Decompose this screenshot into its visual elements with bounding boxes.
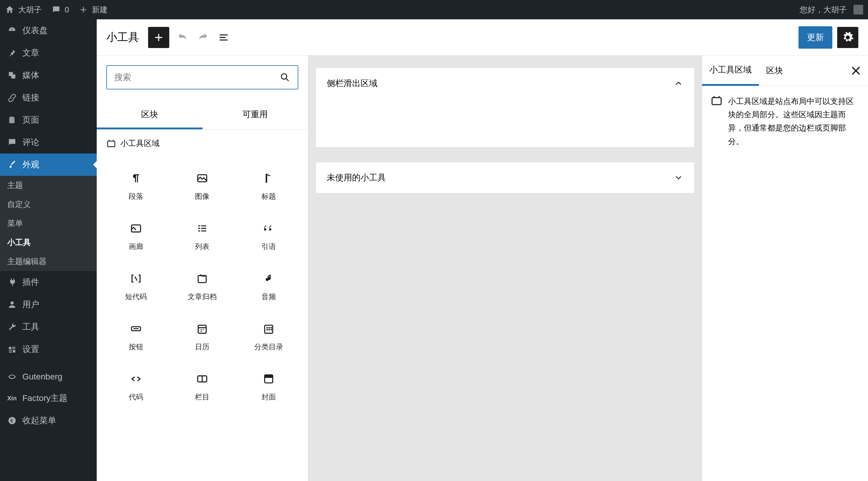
add-block-button[interactable] bbox=[148, 27, 169, 48]
page-icon bbox=[7, 115, 17, 125]
link-icon bbox=[7, 93, 17, 102]
sidebar-item-media[interactable]: 媒体 bbox=[0, 64, 97, 87]
sidebar-item-settings[interactable]: 设置 bbox=[0, 338, 97, 360]
widget-area-header[interactable]: 未使用的小工具 bbox=[316, 162, 694, 193]
block-label: 分类目录 bbox=[254, 342, 283, 352]
section-heading-text: 小工具区域 bbox=[120, 138, 160, 149]
settings-toggle-button[interactable] bbox=[837, 27, 858, 48]
redo-button[interactable] bbox=[196, 30, 210, 45]
svg-point-0 bbox=[8, 417, 16, 424]
sidebar-label: 评论 bbox=[22, 136, 39, 148]
block-audio[interactable]: 音频 bbox=[236, 260, 302, 311]
svg-point-11 bbox=[268, 327, 270, 328]
sidebar-item-pages[interactable]: 页面 bbox=[0, 109, 97, 131]
sidebar-item-plugins[interactable]: 插件 bbox=[0, 271, 97, 293]
block-label: 引语 bbox=[261, 242, 276, 251]
block-label: 文章归档 bbox=[188, 292, 217, 301]
chevron-down-icon bbox=[674, 173, 683, 183]
editor-toolbar: 小工具 更新 bbox=[97, 19, 868, 56]
sidebar-item-gutenberg[interactable]: Gutenberg bbox=[0, 366, 97, 387]
sidebar-item-tools[interactable]: 工具 bbox=[0, 316, 97, 338]
block-inserter: 区块 可重用 小工具区域 段落图像标题画廊列表引语短代码文章归档音频按钮日历分类… bbox=[97, 56, 308, 481]
block-columns[interactable]: 栏目 bbox=[169, 361, 236, 411]
plus-icon bbox=[79, 5, 88, 14]
appearance-submenu: 主题 自定义 菜单 小工具 主题编辑器 bbox=[0, 176, 97, 271]
sidebar-label: 页面 bbox=[22, 114, 39, 126]
block-heading[interactable]: 标题 bbox=[236, 160, 302, 210]
sidebar-item-collapse[interactable]: 收起菜单 bbox=[0, 409, 97, 432]
block-shortcode[interactable]: 短代码 bbox=[103, 260, 169, 311]
svg-rect-18 bbox=[265, 375, 273, 378]
tab-reusable[interactable]: 可重用 bbox=[203, 101, 308, 129]
code-icon bbox=[130, 373, 142, 385]
sidebar-item-posts[interactable]: 文章 bbox=[0, 42, 97, 64]
block-image[interactable]: 图像 bbox=[169, 160, 236, 210]
editor-canvas: 侧栏滑出区域 未使用的小工具 bbox=[308, 56, 702, 481]
block-label: 日历 bbox=[195, 342, 210, 352]
svg-rect-2 bbox=[107, 141, 115, 147]
sidebar-item-comments[interactable]: 评论 bbox=[0, 131, 97, 154]
block-cover[interactable]: 封面 bbox=[236, 361, 302, 411]
comments-link[interactable]: 0 bbox=[51, 5, 69, 14]
update-button[interactable]: 更新 bbox=[799, 26, 832, 49]
widget-area-sidebar-slide: 侧栏滑出区域 bbox=[315, 68, 694, 148]
dashboard-icon bbox=[7, 26, 17, 35]
search-input[interactable] bbox=[114, 72, 280, 82]
block-archives[interactable]: 文章归档 bbox=[169, 260, 236, 311]
inserter-section-heading: 小工具区域 bbox=[106, 138, 298, 149]
sidebar-item-users[interactable]: 用户 bbox=[0, 293, 97, 316]
columns-icon bbox=[196, 373, 208, 385]
brush-icon bbox=[7, 160, 17, 169]
sidebar-item-factory[interactable]: XinFactory主题 bbox=[0, 387, 97, 409]
site-link[interactable]: 大胡子 bbox=[5, 4, 42, 15]
user-greeting[interactable]: 您好，大胡子 bbox=[800, 4, 863, 15]
cover-icon bbox=[262, 373, 275, 385]
block-quote[interactable]: 引语 bbox=[236, 210, 302, 260]
sidebar-label: 仪表盘 bbox=[22, 25, 48, 36]
block-categories[interactable]: 分类目录 bbox=[236, 311, 302, 361]
block-list[interactable]: 列表 bbox=[169, 210, 236, 260]
submenu-themes[interactable]: 主题 bbox=[0, 176, 97, 195]
svg-point-14 bbox=[268, 329, 270, 330]
new-link[interactable]: 新建 bbox=[79, 4, 107, 15]
submenu-theme-editor[interactable]: 主题编辑器 bbox=[0, 252, 97, 271]
pin-icon bbox=[7, 48, 17, 58]
settings-icon bbox=[7, 345, 17, 354]
widget-area-header[interactable]: 侧栏滑出区域 bbox=[316, 68, 694, 99]
svg-point-10 bbox=[267, 327, 268, 328]
xin-icon: Xin bbox=[7, 395, 17, 402]
sidebar-item-dashboard[interactable]: 仪表盘 bbox=[0, 19, 97, 42]
gallery-icon bbox=[130, 222, 142, 234]
list-view-button[interactable] bbox=[216, 30, 231, 45]
undo-button[interactable] bbox=[175, 30, 190, 45]
tab-blocks[interactable]: 区块 bbox=[97, 101, 203, 129]
widget-area-body[interactable] bbox=[316, 99, 694, 147]
greeting-text: 您好，大胡子 bbox=[800, 4, 847, 15]
sidebar-item-links[interactable]: 链接 bbox=[0, 87, 97, 109]
new-label: 新建 bbox=[92, 4, 107, 15]
sidebar-item-appearance[interactable]: 外观 bbox=[0, 154, 97, 176]
categories-icon bbox=[262, 323, 275, 335]
tab-widget-area[interactable]: 小工具区域 bbox=[702, 56, 759, 86]
site-name: 大胡子 bbox=[18, 4, 42, 15]
submenu-widgets[interactable]: 小工具 bbox=[0, 233, 97, 252]
collapse-icon bbox=[7, 416, 17, 425]
close-panel-button[interactable] bbox=[849, 63, 863, 78]
submenu-customize[interactable]: 自定义 bbox=[0, 195, 97, 214]
block-gallery[interactable]: 画廊 bbox=[103, 210, 169, 260]
search-input-wrap[interactable] bbox=[106, 65, 298, 90]
topbar-left: 大胡子 0 新建 bbox=[5, 4, 107, 15]
topbar-right: 您好，大胡子 bbox=[800, 4, 863, 15]
block-label: 按钮 bbox=[129, 342, 143, 352]
submenu-menus[interactable]: 菜单 bbox=[0, 214, 97, 233]
block-button[interactable]: 按钮 bbox=[103, 311, 169, 361]
block-label: 段落 bbox=[129, 192, 143, 201]
widget-area-icon bbox=[711, 95, 723, 107]
tab-block[interactable]: 区块 bbox=[759, 57, 790, 85]
block-code[interactable]: 代码 bbox=[103, 361, 169, 411]
settings-panel: 小工具区域 区块 小工具区域是站点布局中可以支持区块的全局部分。这些区域因主题而… bbox=[702, 56, 868, 481]
block-paragraph[interactable]: 段落 bbox=[103, 160, 169, 210]
calendar-icon bbox=[196, 323, 208, 335]
block-calendar[interactable]: 日历 bbox=[169, 311, 236, 361]
sidebar-label: Factory主题 bbox=[22, 392, 67, 404]
